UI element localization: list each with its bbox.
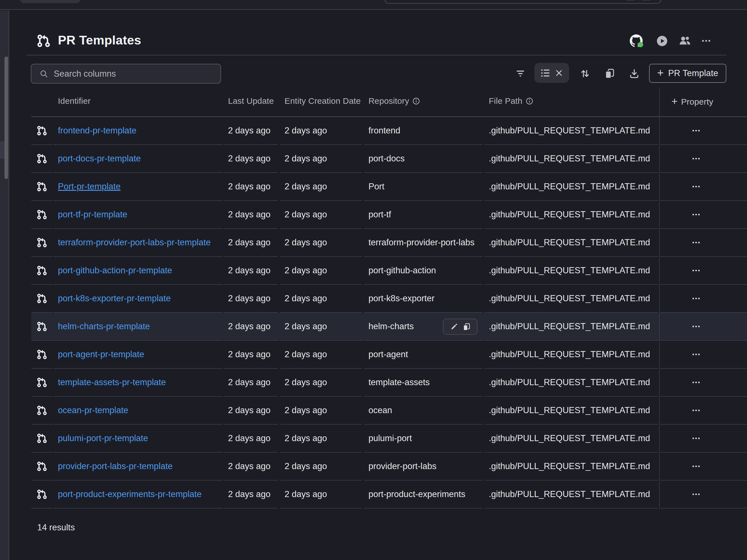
column-header-last-update[interactable]: Last Update xyxy=(228,96,274,106)
table-row: Port-pr-template 2 days ago 2 days ago P… xyxy=(31,173,747,201)
row-actions-button[interactable] xyxy=(688,291,704,305)
table-row: ocean-pr-template 2 days ago 2 days ago … xyxy=(31,397,747,425)
identifier-link[interactable]: provider-port-labs-pr-template xyxy=(58,461,173,471)
last-update-cell: 2 days ago xyxy=(224,229,278,257)
row-actions-button[interactable] xyxy=(688,152,704,166)
table-row: pulumi-port-pr-template 2 days ago 2 day… xyxy=(31,425,747,453)
pull-request-icon xyxy=(37,265,47,276)
identifier-link[interactable]: terraform-provider-port-labs-pr-template xyxy=(58,238,211,247)
identifier-link[interactable]: Port-pr-template xyxy=(58,182,121,192)
global-search-bar[interactable] xyxy=(385,0,661,4)
sort-button[interactable] xyxy=(578,66,592,81)
repository-cell: template-assets xyxy=(364,369,482,397)
row-actions-button[interactable] xyxy=(688,180,704,193)
row-actions-button[interactable] xyxy=(688,236,704,249)
copy-view-button[interactable] xyxy=(603,66,617,81)
shortcut-key-badge xyxy=(625,0,636,1)
search-icon xyxy=(40,70,48,78)
last-update-cell: 2 days ago xyxy=(224,425,278,453)
sort-icon xyxy=(580,69,590,79)
file-path-cell: .github/PULL_REQUEST_TEMPLATE.md xyxy=(485,285,658,313)
last-update-cell: 2 days ago xyxy=(224,453,278,481)
new-pr-template-button[interactable]: + PR Template xyxy=(649,64,726,83)
row-actions-button[interactable] xyxy=(688,403,704,417)
identifier-link[interactable]: helm-charts-pr-template xyxy=(58,321,150,331)
table-row: port-tf-pr-template 2 days ago 2 days ag… xyxy=(31,201,747,229)
pull-request-icon xyxy=(37,237,47,248)
copy-icon[interactable] xyxy=(463,323,470,330)
page-menu-button[interactable] xyxy=(699,33,714,48)
column-header-entity-creation-date[interactable]: Entity Creation Date xyxy=(285,96,361,106)
filter-button[interactable] xyxy=(513,66,527,81)
browser-topbar xyxy=(0,0,747,10)
identifier-link[interactable]: ocean-pr-template xyxy=(58,405,128,416)
ellipsis-icon xyxy=(691,154,701,163)
edit-icon[interactable] xyxy=(450,323,458,330)
entity-creation-date-cell: 2 days ago xyxy=(280,285,362,313)
entity-creation-date-cell: 2 days ago xyxy=(280,341,362,369)
repository-cell: frontend xyxy=(364,117,482,145)
identifier-link[interactable]: pulumi-port-pr-template xyxy=(58,433,148,443)
row-actions-button[interactable] xyxy=(688,431,704,445)
last-update-cell: 2 days ago xyxy=(224,145,278,173)
members-button[interactable] xyxy=(677,33,692,48)
pull-request-icon xyxy=(37,405,47,416)
column-header-file-path[interactable]: File Path xyxy=(489,96,533,106)
last-update-cell: 2 days ago xyxy=(224,397,278,425)
identifier-link[interactable]: port-k8s-exporter-pr-template xyxy=(58,293,171,303)
table-row: port-github-action-pr-template 2 days ag… xyxy=(31,257,747,285)
pull-request-icon xyxy=(37,181,47,192)
row-actions-button[interactable] xyxy=(688,124,704,138)
row-actions-button[interactable] xyxy=(688,375,704,390)
header-divider xyxy=(27,55,727,55)
info-icon[interactable] xyxy=(412,97,420,105)
filter-icon xyxy=(515,69,525,79)
scrollbar-thumb[interactable] xyxy=(4,56,8,179)
repository-cell: ocean xyxy=(364,397,482,425)
row-actions-button[interactable] xyxy=(688,459,704,473)
identifier-link[interactable]: port-docs-pr-template xyxy=(58,154,141,164)
download-icon xyxy=(629,69,639,79)
search-columns-input[interactable] xyxy=(54,69,210,79)
identifier-link[interactable]: port-product-experiments-pr-template xyxy=(58,489,201,499)
row-actions-button[interactable] xyxy=(688,208,704,221)
row-actions-button[interactable] xyxy=(688,487,704,501)
play-icon xyxy=(657,36,667,46)
file-path-cell: .github/PULL_REQUEST_TEMPLATE.md xyxy=(485,369,658,397)
column-header-identifier[interactable]: Identifier xyxy=(58,96,91,106)
pull-request-icon xyxy=(37,293,47,304)
pull-request-icon xyxy=(37,377,47,388)
last-update-cell: 2 days ago xyxy=(224,117,278,145)
search-columns-box xyxy=(31,64,221,84)
pull-request-icon xyxy=(37,125,47,136)
repository-cell: port-github-action xyxy=(364,257,482,285)
run-button[interactable] xyxy=(655,33,669,48)
identifier-link[interactable]: template-assets-pr-template xyxy=(58,377,166,388)
entity-creation-date-cell: 2 days ago xyxy=(280,201,362,229)
ellipsis-icon xyxy=(691,433,701,443)
clear-icon[interactable] xyxy=(555,69,563,77)
identifier-link[interactable]: port-github-action-pr-template xyxy=(58,265,172,275)
row-actions-button[interactable] xyxy=(688,264,704,277)
identifier-link[interactable]: port-tf-pr-template xyxy=(58,210,127,220)
view-toggle-button[interactable] xyxy=(534,63,569,83)
entity-creation-date-cell: 2 days ago xyxy=(280,173,362,201)
info-icon[interactable] xyxy=(526,97,533,105)
identifier-link[interactable]: frontend-pr-template xyxy=(58,126,136,136)
add-property-button[interactable]: + Property xyxy=(671,96,713,107)
collapsed-panel-handle[interactable] xyxy=(0,141,4,159)
row-actions-button[interactable] xyxy=(688,347,704,362)
file-path-cell: .github/PULL_REQUEST_TEMPLATE.md xyxy=(485,313,658,341)
row-hover-tools xyxy=(443,319,478,335)
file-path-cell: .github/PULL_REQUEST_TEMPLATE.md xyxy=(485,257,658,285)
entity-creation-date-cell: 2 days ago xyxy=(280,229,362,257)
github-button[interactable] xyxy=(629,33,643,48)
browser-tab[interactable] xyxy=(20,0,80,3)
row-actions-button[interactable] xyxy=(688,319,704,334)
plus-icon: + xyxy=(671,96,678,107)
download-button[interactable] xyxy=(627,66,641,81)
ellipsis-icon xyxy=(701,35,712,46)
identifier-link[interactable]: port-agent-pr-template xyxy=(58,349,144,359)
column-header-repository[interactable]: Repository xyxy=(368,96,420,106)
table-header: Identifier Last Update Entity Creation D… xyxy=(0,87,747,117)
